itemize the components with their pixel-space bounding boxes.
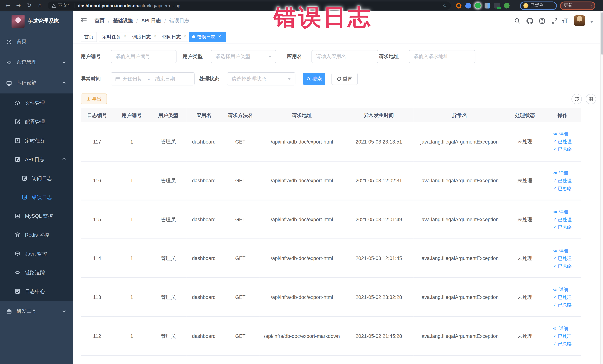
- ignored-link[interactable]: ✓ 已忽略: [553, 340, 572, 348]
- avatar-caret-icon[interactable]: [590, 21, 593, 23]
- main-area: 首页 / 基础设施 / API 日志 / 错误日志: [73, 11, 603, 364]
- detail-link[interactable]: 详细: [553, 286, 572, 293]
- forward-icon[interactable]: →: [13, 0, 24, 11]
- ignored-link[interactable]: ✓ 已忽略: [553, 262, 572, 270]
- user-avatar[interactable]: [574, 15, 585, 26]
- extension-icon-green-glow[interactable]: [475, 3, 481, 9]
- cell-method: GET: [221, 200, 259, 239]
- breadcrumb-api-log[interactable]: API 日志: [141, 17, 161, 24]
- ignored-link[interactable]: ✓ 已忽略: [553, 185, 572, 192]
- exception-time-range-input[interactable]: 开始日期 - 结束日期: [111, 72, 195, 85]
- export-button[interactable]: 导出: [81, 94, 107, 104]
- sidebar-item-scheduled-job[interactable]: 定时任务: [0, 131, 73, 150]
- process-status-select[interactable]: 请选择处理状态: [227, 72, 295, 85]
- close-icon[interactable]: ×: [182, 34, 188, 40]
- processed-link[interactable]: ✓ 已处理: [553, 216, 572, 223]
- tab-schedule-log[interactable]: 调度日志×: [129, 32, 161, 42]
- detail-link[interactable]: 详细: [553, 325, 572, 332]
- browser-menu-icon[interactable]: [591, 3, 591, 8]
- browser-profile-chip[interactable]: 已暂停: [520, 1, 557, 10]
- github-icon[interactable]: [526, 18, 533, 24]
- sidebar-item-dev-tools[interactable]: 研发工具: [0, 301, 73, 322]
- processed-link[interactable]: ✓ 已处理: [553, 254, 572, 262]
- ignored-link[interactable]: ✓ 已忽略: [553, 223, 572, 231]
- refresh-table-button[interactable]: [571, 94, 582, 104]
- sidebar-logo[interactable]: 芋道管理系统: [0, 11, 73, 31]
- extension-icon-blue[interactable]: [465, 3, 471, 9]
- page-scrollbar[interactable]: [600, 11, 603, 364]
- table-row: 114 1 管理员 dashboard GET /api/infra/db-do…: [81, 239, 581, 278]
- table-row: 115 1 管理员 dashboard GET /api/infra/db-do…: [81, 200, 581, 239]
- breadcrumb-home[interactable]: 首页: [94, 17, 104, 24]
- search-icon[interactable]: [514, 18, 521, 24]
- extension-icon-puzzle[interactable]: [504, 3, 510, 9]
- scrollbar-thumb[interactable]: [601, 12, 603, 55]
- detail-link[interactable]: 详细: [553, 130, 572, 138]
- sidebar-item-error-log[interactable]: 错误日志: [0, 188, 73, 207]
- security-label[interactable]: 不安全: [58, 3, 71, 9]
- sidebar-item-home[interactable]: 首页: [0, 31, 73, 52]
- fullscreen-icon[interactable]: [551, 18, 558, 24]
- cell-user-type: 管理员: [150, 161, 186, 200]
- address-bar[interactable]: 不安全 dashboard.yudao.iocoder.cn/infra/log…: [48, 1, 451, 10]
- col-user-type: 用户类型: [150, 108, 186, 122]
- bookmark-star-icon[interactable]: ☆: [443, 3, 447, 8]
- ignored-link[interactable]: ✓ 已忽略: [553, 301, 572, 309]
- close-icon[interactable]: ×: [217, 34, 222, 40]
- home-icon[interactable]: ⌂: [35, 0, 46, 11]
- extension-icon-on-badge[interactable]: [494, 3, 500, 9]
- sidebar-item-java-monitor[interactable]: Java 监控: [0, 244, 73, 263]
- cell-exception-name: java.lang.IllegalArgumentException: [413, 239, 506, 278]
- sidebar-item-infra[interactable]: 基础设施: [0, 73, 73, 94]
- detail-link[interactable]: 详细: [553, 247, 572, 254]
- detail-link[interactable]: 详细: [553, 169, 572, 177]
- reload-icon[interactable]: ↻: [24, 0, 35, 11]
- detail-link[interactable]: 详细: [553, 208, 572, 215]
- sidebar-item-log-center[interactable]: 日志中心: [0, 282, 73, 301]
- sidebar-item-file-manage[interactable]: 文件管理: [0, 94, 73, 112]
- user-id-input[interactable]: 请输入用户编号: [111, 50, 176, 63]
- sidebar-item-config-manage[interactable]: 配置管理: [0, 112, 73, 131]
- table-row: 113 1 管理员 dashboard GET /api/infra/db-do…: [81, 278, 581, 317]
- search-button[interactable]: 搜索: [303, 73, 325, 85]
- column-settings-button[interactable]: [586, 94, 596, 104]
- tab-scheduled-job[interactable]: 定时任务×: [99, 32, 131, 42]
- font-size-icon[interactable]: TT: [562, 17, 568, 24]
- close-icon[interactable]: ×: [122, 34, 128, 40]
- tab-home[interactable]: 首页: [81, 32, 97, 42]
- close-icon[interactable]: ×: [152, 34, 158, 40]
- processed-link[interactable]: ✓ 已处理: [553, 332, 572, 340]
- cell-log-id: 117: [81, 122, 114, 161]
- sidebar-item-api-log[interactable]: API 日志: [0, 150, 73, 169]
- user-type-select[interactable]: 请选择用户类型: [211, 50, 276, 63]
- extension-icon-grid[interactable]: [485, 3, 490, 9]
- ignored-link[interactable]: ✓ 已忽略: [553, 145, 572, 153]
- sidebar-item-redis-monitor[interactable]: Redis 监控: [0, 225, 73, 244]
- request-url-input[interactable]: 请输入请求地址: [409, 50, 475, 63]
- breadcrumb-infra[interactable]: 基础设施: [113, 17, 133, 24]
- cell-request-url: /api/infra/db-doc/export-html: [259, 200, 344, 239]
- extension-icon-orange[interactable]: [456, 3, 461, 8]
- tab-error-log[interactable]: 错误日志×: [189, 32, 226, 42]
- cell-log-id: 116: [81, 161, 114, 200]
- sidebar-item-system[interactable]: 系统管理: [0, 52, 73, 73]
- back-icon[interactable]: ←: [2, 0, 13, 11]
- sidebar-item-trace[interactable]: 链路追踪: [0, 263, 73, 282]
- cell-actions: 详细 ✓ 已处理 ✓ 已忽略: [544, 278, 581, 317]
- cell-log-id: 112: [81, 317, 114, 355]
- app-name-input[interactable]: 请输入应用名: [312, 50, 378, 63]
- processed-link[interactable]: ✓ 已处理: [553, 138, 572, 145]
- sidebar-item-access-log[interactable]: 访问日志: [0, 169, 73, 188]
- help-icon[interactable]: [539, 18, 545, 24]
- sidebar-item-mysql-monitor[interactable]: MySQL 监控: [0, 207, 73, 225]
- reset-button[interactable]: 重置: [331, 73, 358, 85]
- cell-process-status: 未处理: [506, 161, 544, 200]
- cell-log-id: 114: [81, 239, 114, 278]
- browser-update-button[interactable]: 更新: [560, 1, 595, 10]
- error-log-table: 日志编号 用户编号 用户类型 应用名 请求方法名 请求地址 异常发生时间 异常名…: [81, 108, 581, 356]
- processed-link[interactable]: ✓ 已处理: [553, 293, 572, 301]
- cell-user-type: 管理员: [150, 239, 186, 278]
- sidebar-toggle-icon[interactable]: [80, 17, 88, 24]
- tab-access-log[interactable]: 访问日志×: [159, 32, 191, 42]
- processed-link[interactable]: ✓ 已处理: [553, 177, 572, 184]
